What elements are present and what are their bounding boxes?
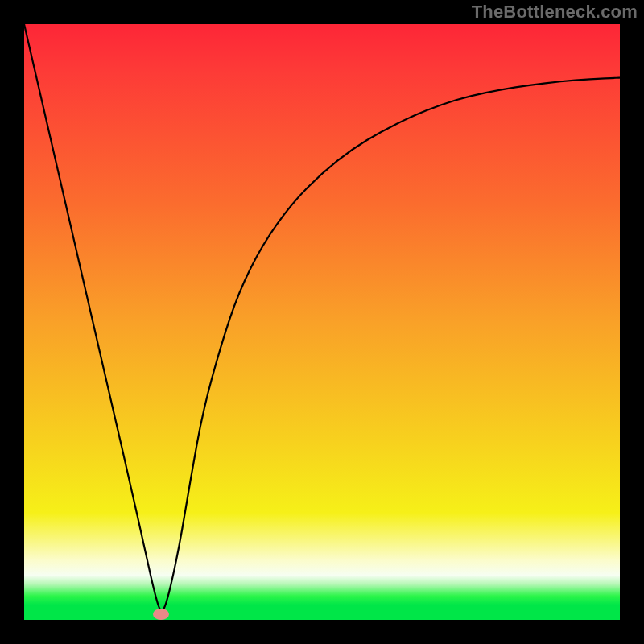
- watermark-text: TheBottleneck.com: [472, 2, 638, 23]
- valley-marker: [153, 609, 169, 620]
- bottleneck-curve: [24, 24, 620, 620]
- plot-area: [24, 24, 620, 620]
- chart-frame: TheBottleneck.com: [0, 0, 644, 644]
